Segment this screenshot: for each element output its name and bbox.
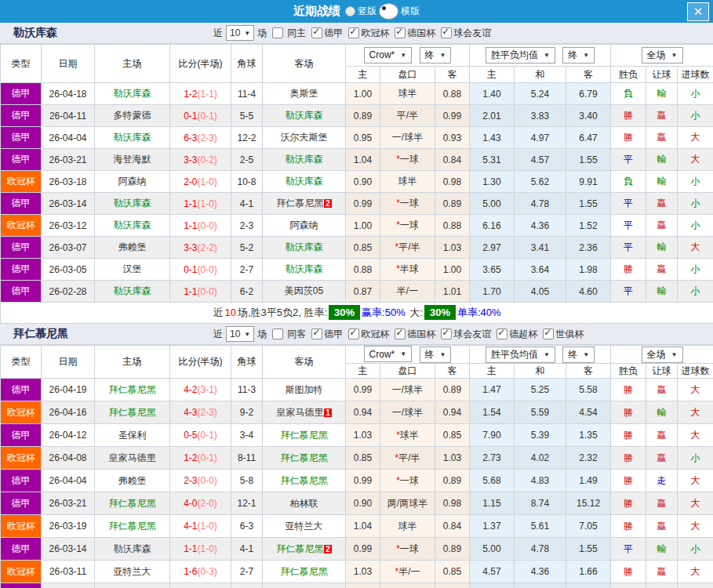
result-handicap: 輸 bbox=[646, 237, 678, 259]
portrait-radio[interactable] bbox=[345, 6, 355, 16]
league-checkbox-label[interactable]: 德国杯 bbox=[407, 27, 435, 40]
match-date: 26-04-16 bbox=[42, 401, 95, 424]
same-venue-label[interactable]: 同客 bbox=[287, 328, 306, 341]
league-checkbox[interactable] bbox=[441, 27, 452, 38]
mean-draw: 4.36 bbox=[515, 215, 566, 237]
corner-score: 10-8 bbox=[231, 171, 263, 193]
same-venue-checkbox[interactable] bbox=[272, 27, 283, 38]
close-icon[interactable]: ✕ bbox=[687, 2, 709, 21]
league-checkbox[interactable] bbox=[348, 328, 359, 339]
mean-draw: 4.97 bbox=[515, 127, 566, 149]
mean-final-select[interactable]: 终▼ bbox=[562, 47, 595, 64]
league-badge: 欧冠杯 bbox=[1, 171, 41, 192]
odds-home: 1.00 bbox=[346, 215, 380, 237]
league-badge: 德甲 bbox=[1, 379, 41, 401]
league-checkbox-label[interactable]: 球会友谊 bbox=[453, 328, 491, 341]
same-venue-label[interactable]: 同主 bbox=[287, 27, 306, 40]
away-team-name: 拜仁慕尼黑 bbox=[276, 198, 323, 209]
mean-away: 1.55 bbox=[566, 538, 611, 561]
league-checkbox-label[interactable]: 德国杯 bbox=[407, 328, 435, 341]
half-score: (2-0) bbox=[198, 498, 217, 509]
mean-select[interactable]: 胜平负均值▼ bbox=[486, 47, 555, 64]
away-team: 阿森纳 bbox=[263, 215, 346, 237]
chevron-down-icon: ▼ bbox=[244, 30, 250, 37]
odds-home: 0.99 bbox=[346, 379, 380, 401]
col-type: 类型 bbox=[1, 45, 42, 83]
portrait-radio-label[interactable]: 竖版 bbox=[358, 5, 377, 18]
mean-group-header: 胜平负均值▼ 终▼ bbox=[470, 45, 611, 67]
same-venue-checkbox[interactable] bbox=[272, 328, 283, 339]
away-team: 拜仁慕尼黑 bbox=[263, 447, 346, 470]
home-team-name: 勒沃库森 bbox=[114, 132, 151, 143]
league-badge: 德甲 bbox=[1, 424, 41, 446]
half-score: (0-0) bbox=[198, 220, 217, 231]
result-goals: 大 bbox=[678, 127, 713, 149]
match-row: 德甲26-04-04弗赖堡2-3(0-0)5-8拜仁慕尼黑0.99*一球0.89… bbox=[1, 470, 713, 492]
league-badge: 欧冠杯 bbox=[1, 561, 41, 583]
league-checkbox-label[interactable]: 德甲 bbox=[324, 27, 343, 40]
score-cell: 0-1(0-0) bbox=[170, 259, 231, 281]
odds-source-select[interactable]: Crow*▼ bbox=[364, 47, 413, 64]
scope-select[interactable]: 全场▼ bbox=[642, 347, 683, 363]
match-row: 德甲26-04-04勒沃库森6-3(2-3)12-2沃尔夫斯堡0.95一/球半0… bbox=[1, 127, 713, 149]
league-badge: 德甲 bbox=[1, 237, 41, 258]
result-goals: 小 bbox=[678, 171, 713, 193]
league-checkbox[interactable] bbox=[395, 27, 406, 38]
odds-final-select[interactable]: 终▼ bbox=[420, 47, 452, 64]
near-count-select[interactable]: 10▼ bbox=[226, 25, 254, 41]
home-team: 勒沃库森 bbox=[95, 281, 170, 303]
odds-source-select[interactable]: Crow*▼ bbox=[364, 346, 413, 362]
full-score: 3-3 bbox=[184, 242, 197, 253]
away-team: 奥斯堡 bbox=[263, 83, 346, 105]
handicap: 半/一 bbox=[380, 281, 435, 303]
league-checkbox[interactable] bbox=[441, 328, 452, 339]
mean-select[interactable]: 胜平负均值▼ bbox=[486, 347, 555, 363]
handicap-text: 一/球半 bbox=[392, 132, 423, 143]
mean-home: 1.47 bbox=[470, 379, 515, 401]
odds-home: 0.95 bbox=[346, 127, 380, 149]
mean-home: 1.54 bbox=[470, 401, 515, 424]
mean-draw: 5.39 bbox=[515, 424, 566, 447]
score-cell: 2-0(1-0) bbox=[170, 171, 231, 193]
odds-group-header: Crow*▼ 终▼ bbox=[346, 346, 470, 364]
league-checkbox-label[interactable]: 德甲 bbox=[324, 328, 343, 341]
league-checkbox[interactable] bbox=[497, 328, 507, 339]
scope-select[interactable]: 全场▼ bbox=[642, 47, 683, 64]
league-checkbox[interactable] bbox=[348, 27, 359, 38]
mean-away: 6.47 bbox=[566, 127, 611, 149]
score-cell: 4-1(1-0) bbox=[170, 515, 231, 538]
home-team: 勒沃库森 bbox=[95, 127, 170, 149]
score-cell: 1-1(1-0) bbox=[170, 193, 231, 215]
score-cell: 3-3(0-2) bbox=[170, 149, 231, 171]
match-date: 26-03-14 bbox=[42, 193, 95, 215]
league-checkbox-label[interactable]: 球会友谊 bbox=[453, 27, 491, 40]
chevron-down-icon: ▼ bbox=[244, 331, 250, 338]
league-checkbox[interactable] bbox=[543, 328, 554, 339]
league-checkbox[interactable] bbox=[311, 328, 322, 339]
full-score: 1-1 bbox=[184, 543, 197, 554]
result-handicap: 輸 bbox=[646, 149, 678, 171]
near-count-select[interactable]: 10▼ bbox=[226, 326, 254, 342]
handicap: *平/半 bbox=[380, 447, 435, 470]
landscape-radio-label[interactable]: 横版 bbox=[401, 5, 420, 18]
league-checkbox-label[interactable]: 世俱杯 bbox=[555, 328, 584, 341]
handicap: *平/半 bbox=[380, 237, 435, 259]
landscape-radio[interactable] bbox=[379, 3, 398, 20]
mean-draw: 4.83 bbox=[515, 470, 566, 492]
half-score: (1-0) bbox=[198, 543, 217, 554]
odds-final-select[interactable]: 终▼ bbox=[420, 347, 452, 363]
league-cell: 欧冠杯 bbox=[1, 447, 42, 470]
odds-away: 0.93 bbox=[435, 583, 470, 588]
league-cell: 德甲 bbox=[1, 470, 42, 492]
corner-score: 2-7 bbox=[231, 259, 263, 281]
win-rate-badge: 30% bbox=[329, 305, 360, 320]
result-handicap: 輸 bbox=[646, 538, 678, 561]
result-outcome: 平 bbox=[611, 149, 646, 171]
subcol-handicap: 盘口 bbox=[380, 364, 435, 379]
mean-final-select[interactable]: 终▼ bbox=[562, 347, 595, 363]
league-checkbox[interactable] bbox=[395, 328, 406, 339]
league-checkbox-label[interactable]: 德超杯 bbox=[509, 328, 537, 341]
league-checkbox-label[interactable]: 欧冠杯 bbox=[361, 27, 389, 40]
league-checkbox-label[interactable]: 欧冠杯 bbox=[361, 328, 389, 341]
league-checkbox[interactable] bbox=[311, 27, 322, 38]
